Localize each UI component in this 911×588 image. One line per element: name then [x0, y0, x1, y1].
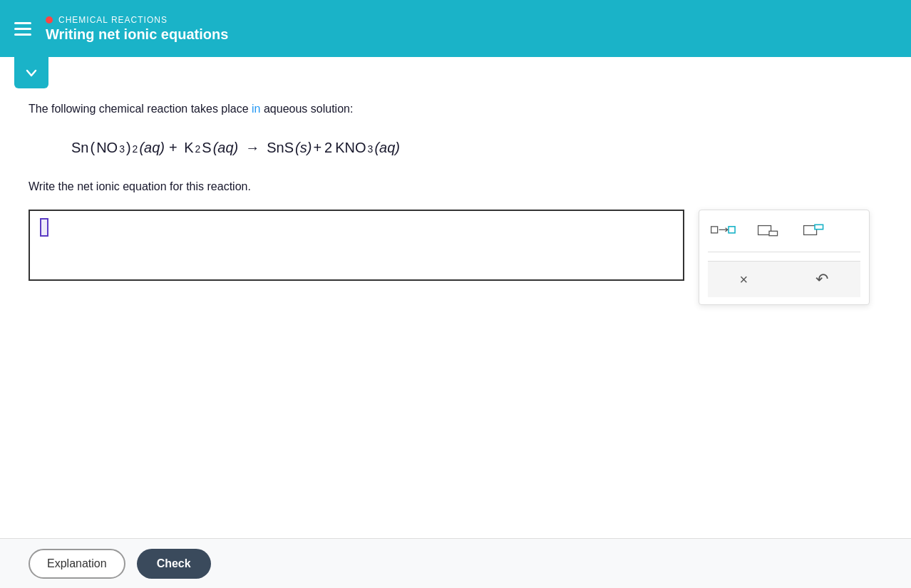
chevron-down-icon [25, 66, 38, 79]
superscript-button[interactable] [799, 217, 830, 243]
delete-button[interactable]: × [737, 269, 751, 291]
content-area: The following chemical reaction takes pl… [0, 57, 911, 538]
input-toolbar-row: × ↶ [29, 210, 882, 305]
equation-display: Sn(NO3)2(aq) + K2S(aq) → SnS(s) + 2 KNO3… [71, 140, 400, 156]
main-content: The following chemical reaction takes pl… [0, 57, 911, 538]
answer-input[interactable] [29, 210, 684, 281]
highlight-in: in [252, 103, 260, 115]
text-cursor [40, 218, 48, 237]
reaction-arrow-button[interactable] [708, 217, 739, 243]
svg-rect-2 [729, 227, 735, 233]
hamburger-menu[interactable] [14, 22, 31, 36]
undo-button[interactable]: ↶ [813, 267, 831, 292]
check-button[interactable]: Check [137, 549, 211, 579]
write-prompt: Write the net ionic equation for this re… [29, 177, 882, 196]
reaction-arrow-icon [711, 220, 736, 240]
svg-rect-6 [815, 225, 823, 229]
svg-rect-0 [711, 227, 718, 233]
page-title: Writing net ionic equations [46, 26, 228, 43]
footer: Explanation Check [0, 538, 911, 588]
subscript-icon [756, 220, 782, 240]
undo-icon: ↶ [815, 270, 828, 289]
status-dot [46, 16, 53, 24]
superscript-icon [802, 220, 828, 240]
delete-icon: × [740, 272, 748, 288]
toolbar-action-row: × ↶ [708, 261, 860, 297]
app-header: CHEMICAL REACTIONS Writing net ionic equ… [0, 0, 911, 57]
toolbar-row-1 [708, 217, 860, 243]
header-text-block: CHEMICAL REACTIONS Writing net ionic equ… [46, 15, 228, 43]
chemical-equation: Sn(NO3)2(aq) + K2S(aq) → SnS(s) + 2 KNO3… [71, 140, 882, 156]
toolbar-separator [708, 252, 860, 252]
chevron-down-button[interactable] [14, 57, 48, 88]
explanation-button[interactable]: Explanation [29, 549, 125, 579]
header-category: CHEMICAL REACTIONS [46, 15, 228, 25]
svg-rect-4 [769, 231, 778, 235]
math-toolbar-panel: × ↶ [699, 210, 870, 305]
subscript-button[interactable] [753, 217, 785, 243]
problem-intro: The following chemical reaction takes pl… [29, 100, 882, 118]
category-label: CHEMICAL REACTIONS [58, 15, 168, 25]
